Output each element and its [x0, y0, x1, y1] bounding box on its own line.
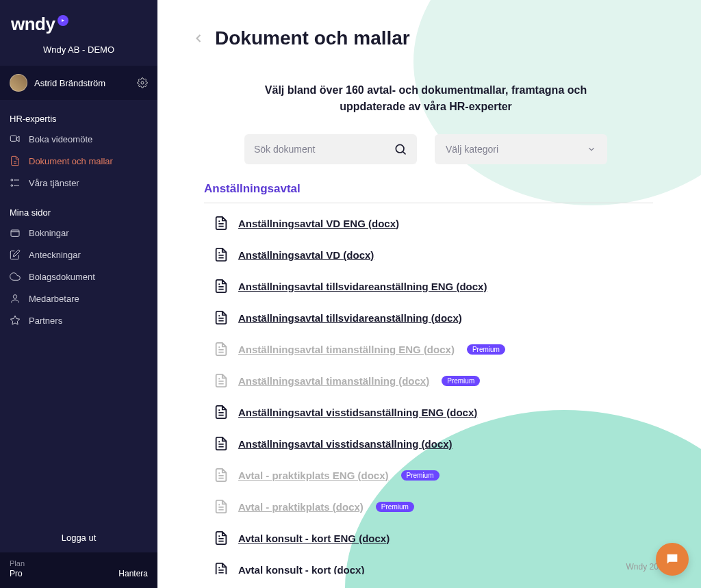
- plan-box: Plan Pro Hantera: [0, 552, 157, 588]
- user-row[interactable]: Astrid Brändström: [0, 66, 157, 100]
- sidebar-item-label: Boka videomöte: [29, 134, 92, 144]
- page-subtitle: Välj bland över 160 avtal- och dokumentm…: [244, 82, 607, 115]
- services-icon: [10, 177, 21, 188]
- document-name: Avtal konsult - kort ENG (docx): [238, 533, 390, 544]
- category-select-label: Välj kategori: [446, 144, 498, 155]
- file-icon: [214, 531, 229, 546]
- chevron-down-icon: [587, 144, 596, 154]
- sidebar-item-label: Anteckningar: [29, 250, 81, 260]
- avatar: [10, 74, 27, 92]
- logo-icon: [58, 15, 68, 26]
- user-name: Astrid Brändström: [34, 78, 130, 88]
- premium-badge: Premium: [467, 344, 505, 355]
- file-icon: [214, 436, 229, 451]
- sidebar-item-label: Bolagsdokument: [29, 272, 95, 282]
- premium-badge: Premium: [401, 470, 439, 481]
- back-icon[interactable]: [192, 31, 205, 45]
- sidebar-item-label: Våra tjänster: [29, 178, 79, 188]
- file-icon: [214, 373, 229, 388]
- document-row[interactable]: Avtal konsult - kort ENG (docx): [204, 531, 653, 546]
- sidebar-item-label: Partners: [29, 316, 62, 326]
- sidebar-item-partners[interactable]: Partners: [0, 309, 157, 331]
- document-name: Avtal - praktikplats (docx): [238, 501, 364, 513]
- premium-badge: Premium: [442, 376, 480, 386]
- file-icon: [214, 405, 229, 420]
- organization-name: Wndy AB - DEMO: [0, 42, 157, 66]
- document-row[interactable]: Avtal - praktikplats ENG (docx)Premium: [204, 468, 653, 483]
- document-row[interactable]: Anställningsavtal tillsvidareanställning…: [204, 310, 653, 325]
- nav-section-mysidor: Mina sidor: [0, 194, 157, 222]
- note-icon: [10, 249, 21, 260]
- document-name: Anställningsavtal VD ENG (docx): [238, 218, 399, 229]
- document-name: Anställningsavtal visstidsanställning EN…: [238, 407, 477, 418]
- plan-label: Plan: [10, 559, 25, 567]
- document-row[interactable]: Anställningsavtal VD (docx): [204, 247, 653, 262]
- file-icon: [214, 279, 229, 294]
- video-icon: [10, 133, 21, 144]
- file-icon: [214, 247, 229, 262]
- document-row[interactable]: Avtal - praktikplats (docx)Premium: [204, 499, 653, 514]
- document-list[interactable]: Anställningsavtal Anställningsavtal VD E…: [192, 182, 660, 574]
- nav-section-hr: HR-expertis: [0, 100, 157, 128]
- doc-icon: [10, 155, 21, 166]
- logo-text: wndy: [11, 14, 55, 35]
- document-name: Anställningsavtal tillsvidareanställning…: [238, 281, 487, 292]
- sidebar-item-bolagsdokument[interactable]: Bolagsdokument: [0, 266, 157, 287]
- manage-plan-button[interactable]: Hantera: [118, 569, 148, 578]
- file-icon: [214, 499, 229, 514]
- document-row[interactable]: Anställningsavtal VD ENG (docx): [204, 216, 653, 231]
- category-select[interactable]: Välj kategori: [435, 134, 607, 164]
- sidebar: wndy Wndy AB - DEMO Astrid Brändström HR…: [0, 0, 157, 588]
- document-name: Anställningsavtal tillsvidareanställning…: [238, 312, 462, 324]
- document-name: Anställningsavtal VD (docx): [238, 249, 374, 261]
- document-name: Anställningsavtal visstidsanställning (d…: [238, 438, 453, 450]
- sidebar-item-medarbetare[interactable]: Medarbetare: [0, 287, 157, 309]
- sidebar-item-label: Dokument och mallar: [29, 156, 113, 166]
- cloud-icon: [10, 271, 21, 282]
- file-icon: [214, 310, 229, 325]
- document-name: Anställningsavtal timanställning ENG (do…: [238, 344, 455, 355]
- file-icon: [214, 562, 229, 574]
- logout-button[interactable]: Logga ut: [0, 523, 157, 552]
- document-row[interactable]: Anställningsavtal visstidsanställning EN…: [204, 405, 653, 420]
- document-row[interactable]: Anställningsavtal timanställning (docx)P…: [204, 373, 653, 388]
- sidebar-item-boka-videomöte[interactable]: Boka videomöte: [0, 128, 157, 150]
- file-icon: [214, 216, 229, 231]
- sidebar-item-bokningar[interactable]: Bokningar: [0, 222, 157, 244]
- document-row[interactable]: Avtal konsult - kort (docx): [204, 562, 653, 574]
- document-row[interactable]: Anställningsavtal timanställning ENG (do…: [204, 342, 653, 357]
- category-heading: Anställningsavtal: [204, 182, 653, 203]
- sidebar-item-anteckningar[interactable]: Anteckningar: [0, 244, 157, 266]
- file-icon: [214, 468, 229, 483]
- box-icon: [10, 227, 21, 238]
- premium-badge: Premium: [376, 502, 414, 512]
- search-icon[interactable]: [394, 142, 407, 156]
- document-row[interactable]: Anställningsavtal tillsvidareanställning…: [204, 279, 653, 294]
- sidebar-item-dokument-och-mallar[interactable]: Dokument och mallar: [0, 150, 157, 172]
- file-icon: [214, 342, 229, 357]
- logo[interactable]: wndy: [0, 0, 157, 42]
- document-row[interactable]: Anställningsavtal visstidsanställning (d…: [204, 436, 653, 451]
- document-name: Anställningsavtal timanställning (docx): [238, 375, 429, 387]
- sidebar-item-våra-tjänster[interactable]: Våra tjänster: [0, 172, 157, 194]
- search-input-wrap[interactable]: [244, 134, 417, 164]
- person-icon: [10, 293, 21, 304]
- search-input[interactable]: [254, 144, 394, 155]
- star-icon: [10, 315, 21, 326]
- document-name: Avtal konsult - kort (docx): [238, 564, 364, 575]
- main: Dokument och mallar Välj bland över 160 …: [157, 0, 701, 588]
- chat-button[interactable]: [656, 543, 689, 576]
- plan-value: Pro: [10, 569, 25, 578]
- sidebar-item-label: Medarbetare: [29, 294, 79, 304]
- document-name: Avtal - praktikplats ENG (docx): [238, 470, 389, 481]
- gear-icon[interactable]: [137, 77, 148, 88]
- chat-icon: [665, 552, 680, 567]
- page-title: Dokument och mallar: [215, 27, 410, 49]
- sidebar-item-label: Bokningar: [29, 228, 69, 238]
